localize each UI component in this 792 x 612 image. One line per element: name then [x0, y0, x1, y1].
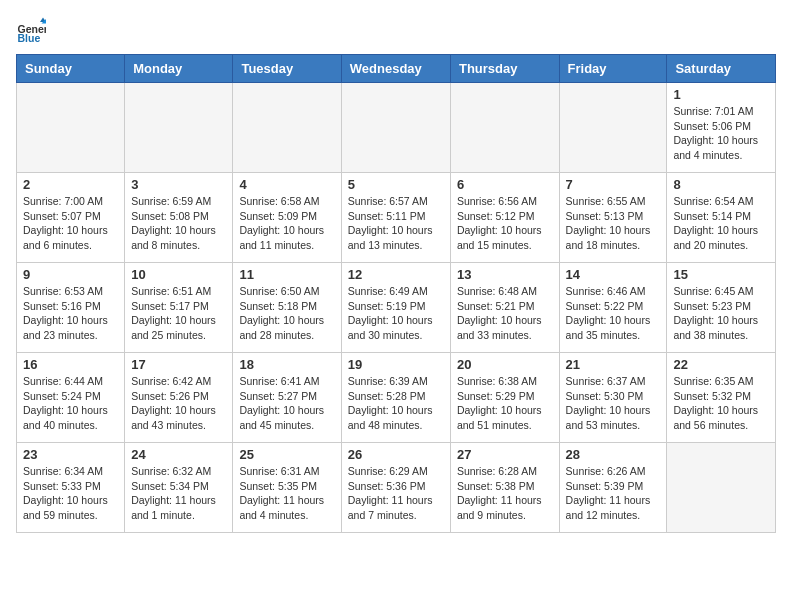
day-info: Sunrise: 6:58 AM Sunset: 5:09 PM Dayligh…: [239, 194, 334, 253]
calendar-cell: 20Sunrise: 6:38 AM Sunset: 5:29 PM Dayli…: [450, 353, 559, 443]
day-info: Sunrise: 6:29 AM Sunset: 5:36 PM Dayligh…: [348, 464, 444, 523]
day-info: Sunrise: 6:49 AM Sunset: 5:19 PM Dayligh…: [348, 284, 444, 343]
weekday-header-saturday: Saturday: [667, 55, 776, 83]
day-info: Sunrise: 6:53 AM Sunset: 5:16 PM Dayligh…: [23, 284, 118, 343]
calendar-cell: 10Sunrise: 6:51 AM Sunset: 5:17 PM Dayli…: [125, 263, 233, 353]
day-number: 27: [457, 447, 553, 462]
day-info: Sunrise: 7:01 AM Sunset: 5:06 PM Dayligh…: [673, 104, 769, 163]
calendar-cell: 28Sunrise: 6:26 AM Sunset: 5:39 PM Dayli…: [559, 443, 667, 533]
calendar-cell: 2Sunrise: 7:00 AM Sunset: 5:07 PM Daylig…: [17, 173, 125, 263]
calendar-cell: 24Sunrise: 6:32 AM Sunset: 5:34 PM Dayli…: [125, 443, 233, 533]
day-info: Sunrise: 6:39 AM Sunset: 5:28 PM Dayligh…: [348, 374, 444, 433]
day-number: 8: [673, 177, 769, 192]
calendar-cell: [17, 83, 125, 173]
calendar-cell: 5Sunrise: 6:57 AM Sunset: 5:11 PM Daylig…: [341, 173, 450, 263]
day-info: Sunrise: 6:41 AM Sunset: 5:27 PM Dayligh…: [239, 374, 334, 433]
day-info: Sunrise: 6:59 AM Sunset: 5:08 PM Dayligh…: [131, 194, 226, 253]
calendar-cell: [125, 83, 233, 173]
day-number: 26: [348, 447, 444, 462]
day-number: 15: [673, 267, 769, 282]
calendar-cell: [667, 443, 776, 533]
day-number: 2: [23, 177, 118, 192]
calendar-cell: 14Sunrise: 6:46 AM Sunset: 5:22 PM Dayli…: [559, 263, 667, 353]
calendar-cell: [341, 83, 450, 173]
week-row-2: 9Sunrise: 6:53 AM Sunset: 5:16 PM Daylig…: [17, 263, 776, 353]
calendar-cell: 18Sunrise: 6:41 AM Sunset: 5:27 PM Dayli…: [233, 353, 341, 443]
calendar-cell: 8Sunrise: 6:54 AM Sunset: 5:14 PM Daylig…: [667, 173, 776, 263]
logo: General Blue: [16, 16, 46, 46]
calendar-cell: 11Sunrise: 6:50 AM Sunset: 5:18 PM Dayli…: [233, 263, 341, 353]
calendar-cell: 17Sunrise: 6:42 AM Sunset: 5:26 PM Dayli…: [125, 353, 233, 443]
calendar-cell: 22Sunrise: 6:35 AM Sunset: 5:32 PM Dayli…: [667, 353, 776, 443]
calendar-cell: 6Sunrise: 6:56 AM Sunset: 5:12 PM Daylig…: [450, 173, 559, 263]
day-info: Sunrise: 6:31 AM Sunset: 5:35 PM Dayligh…: [239, 464, 334, 523]
calendar-cell: 12Sunrise: 6:49 AM Sunset: 5:19 PM Dayli…: [341, 263, 450, 353]
day-number: 19: [348, 357, 444, 372]
day-info: Sunrise: 7:00 AM Sunset: 5:07 PM Dayligh…: [23, 194, 118, 253]
day-number: 4: [239, 177, 334, 192]
calendar-cell: 19Sunrise: 6:39 AM Sunset: 5:28 PM Dayli…: [341, 353, 450, 443]
day-info: Sunrise: 6:57 AM Sunset: 5:11 PM Dayligh…: [348, 194, 444, 253]
day-number: 12: [348, 267, 444, 282]
calendar-cell: 4Sunrise: 6:58 AM Sunset: 5:09 PM Daylig…: [233, 173, 341, 263]
calendar-cell: 13Sunrise: 6:48 AM Sunset: 5:21 PM Dayli…: [450, 263, 559, 353]
week-row-1: 2Sunrise: 7:00 AM Sunset: 5:07 PM Daylig…: [17, 173, 776, 263]
day-info: Sunrise: 6:48 AM Sunset: 5:21 PM Dayligh…: [457, 284, 553, 343]
calendar-cell: [450, 83, 559, 173]
week-row-3: 16Sunrise: 6:44 AM Sunset: 5:24 PM Dayli…: [17, 353, 776, 443]
calendar-header-row: SundayMondayTuesdayWednesdayThursdayFrid…: [17, 55, 776, 83]
week-row-0: 1Sunrise: 7:01 AM Sunset: 5:06 PM Daylig…: [17, 83, 776, 173]
header: General Blue: [16, 16, 776, 46]
day-number: 6: [457, 177, 553, 192]
day-number: 20: [457, 357, 553, 372]
day-info: Sunrise: 6:42 AM Sunset: 5:26 PM Dayligh…: [131, 374, 226, 433]
calendar-cell: [559, 83, 667, 173]
calendar-table: SundayMondayTuesdayWednesdayThursdayFrid…: [16, 54, 776, 533]
day-number: 14: [566, 267, 661, 282]
weekday-header-monday: Monday: [125, 55, 233, 83]
weekday-header-friday: Friday: [559, 55, 667, 83]
day-number: 3: [131, 177, 226, 192]
day-info: Sunrise: 6:34 AM Sunset: 5:33 PM Dayligh…: [23, 464, 118, 523]
day-info: Sunrise: 6:37 AM Sunset: 5:30 PM Dayligh…: [566, 374, 661, 433]
calendar-cell: 25Sunrise: 6:31 AM Sunset: 5:35 PM Dayli…: [233, 443, 341, 533]
day-number: 22: [673, 357, 769, 372]
day-number: 21: [566, 357, 661, 372]
week-row-4: 23Sunrise: 6:34 AM Sunset: 5:33 PM Dayli…: [17, 443, 776, 533]
weekday-header-wednesday: Wednesday: [341, 55, 450, 83]
weekday-header-thursday: Thursday: [450, 55, 559, 83]
day-info: Sunrise: 6:44 AM Sunset: 5:24 PM Dayligh…: [23, 374, 118, 433]
calendar-cell: 9Sunrise: 6:53 AM Sunset: 5:16 PM Daylig…: [17, 263, 125, 353]
day-info: Sunrise: 6:54 AM Sunset: 5:14 PM Dayligh…: [673, 194, 769, 253]
day-number: 7: [566, 177, 661, 192]
day-number: 24: [131, 447, 226, 462]
weekday-header-tuesday: Tuesday: [233, 55, 341, 83]
calendar-cell: 15Sunrise: 6:45 AM Sunset: 5:23 PM Dayli…: [667, 263, 776, 353]
day-info: Sunrise: 6:26 AM Sunset: 5:39 PM Dayligh…: [566, 464, 661, 523]
day-number: 9: [23, 267, 118, 282]
calendar-cell: 3Sunrise: 6:59 AM Sunset: 5:08 PM Daylig…: [125, 173, 233, 263]
logo-icon: General Blue: [16, 16, 46, 46]
day-number: 11: [239, 267, 334, 282]
day-number: 10: [131, 267, 226, 282]
day-info: Sunrise: 6:38 AM Sunset: 5:29 PM Dayligh…: [457, 374, 553, 433]
day-number: 13: [457, 267, 553, 282]
day-number: 28: [566, 447, 661, 462]
day-info: Sunrise: 6:55 AM Sunset: 5:13 PM Dayligh…: [566, 194, 661, 253]
day-info: Sunrise: 6:35 AM Sunset: 5:32 PM Dayligh…: [673, 374, 769, 433]
calendar-cell: 7Sunrise: 6:55 AM Sunset: 5:13 PM Daylig…: [559, 173, 667, 263]
day-number: 25: [239, 447, 334, 462]
day-number: 16: [23, 357, 118, 372]
calendar-cell: 21Sunrise: 6:37 AM Sunset: 5:30 PM Dayli…: [559, 353, 667, 443]
day-number: 1: [673, 87, 769, 102]
calendar-cell: 26Sunrise: 6:29 AM Sunset: 5:36 PM Dayli…: [341, 443, 450, 533]
calendar-cell: [233, 83, 341, 173]
svg-text:Blue: Blue: [18, 32, 41, 44]
day-number: 5: [348, 177, 444, 192]
day-info: Sunrise: 6:46 AM Sunset: 5:22 PM Dayligh…: [566, 284, 661, 343]
day-number: 23: [23, 447, 118, 462]
day-info: Sunrise: 6:32 AM Sunset: 5:34 PM Dayligh…: [131, 464, 226, 523]
day-info: Sunrise: 6:45 AM Sunset: 5:23 PM Dayligh…: [673, 284, 769, 343]
calendar-cell: 27Sunrise: 6:28 AM Sunset: 5:38 PM Dayli…: [450, 443, 559, 533]
weekday-header-sunday: Sunday: [17, 55, 125, 83]
